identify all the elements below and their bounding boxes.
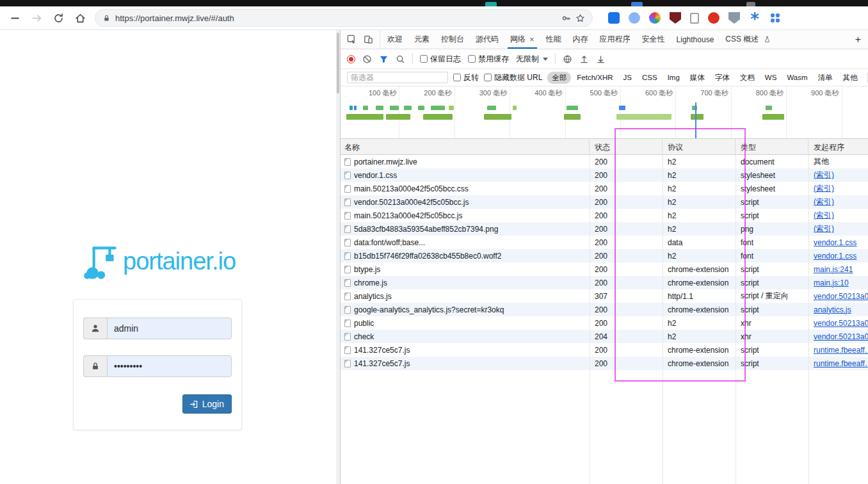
home-button[interactable] bbox=[70, 9, 90, 27]
apps-grid-extension-icon[interactable] bbox=[769, 12, 781, 24]
record-button[interactable] bbox=[347, 55, 355, 63]
url-input[interactable] bbox=[115, 13, 557, 23]
initiator-link[interactable]: vendor.50213a0… bbox=[814, 292, 868, 301]
refresh-button[interactable] bbox=[49, 9, 68, 27]
adguard-extension-icon[interactable] bbox=[708, 12, 719, 24]
initiator-link[interactable]: (索引) bbox=[814, 210, 834, 221]
devtools-tab[interactable]: 应用程序 bbox=[594, 30, 636, 49]
column-header-name[interactable]: 名称 bbox=[341, 139, 590, 154]
column-header-type[interactable]: 类型 bbox=[735, 139, 808, 154]
pinwheel-extension-icon[interactable] bbox=[649, 12, 661, 24]
invert-checkbox[interactable]: 反转 bbox=[453, 72, 479, 83]
search-icon[interactable] bbox=[396, 54, 405, 64]
username-input[interactable] bbox=[107, 318, 232, 339]
inspect-element-icon[interactable] bbox=[347, 35, 357, 44]
table-row[interactable]: 5da83cfb4883a59354abeff852cb7394.png200h… bbox=[341, 222, 868, 236]
ublock-extension-icon[interactable] bbox=[670, 12, 681, 24]
filter-icon[interactable] bbox=[379, 54, 389, 64]
filter-pill[interactable]: 其他 bbox=[839, 72, 862, 84]
initiator-link[interactable]: vendor.1.css bbox=[814, 238, 856, 247]
initiator-link[interactable]: (索引) bbox=[814, 223, 834, 234]
initiator-link[interactable]: main.js:241 bbox=[814, 265, 853, 274]
device-toolbar-icon[interactable] bbox=[364, 35, 373, 44]
devtools-tab[interactable]: 安全性 bbox=[636, 30, 671, 49]
close-icon[interactable]: × bbox=[529, 35, 534, 44]
password-key-icon[interactable] bbox=[561, 13, 571, 23]
devtools-tab[interactable]: 内存 bbox=[567, 30, 594, 49]
filter-input[interactable] bbox=[347, 72, 448, 83]
hide-data-urls-box[interactable] bbox=[484, 74, 492, 81]
asterisk-extension-icon[interactable]: * bbox=[749, 12, 760, 24]
initiator-link[interactable]: runtime.fbeeaff… bbox=[814, 359, 868, 368]
filter-pill[interactable]: Wasm bbox=[782, 72, 812, 83]
throttling-dropdown[interactable]: 无限制 bbox=[516, 54, 548, 65]
table-row[interactable]: public200h2xhrvendor.50213a0… bbox=[341, 316, 868, 330]
pdf-extension-icon[interactable] bbox=[608, 12, 620, 24]
table-row[interactable]: analytics.js307http/1.1script / 重定向vendo… bbox=[341, 289, 868, 303]
initiator-link[interactable]: (索引) bbox=[814, 170, 834, 181]
initiator-link[interactable]: (索引) bbox=[814, 183, 834, 194]
disable-cache-box[interactable] bbox=[468, 55, 476, 63]
back-button[interactable] bbox=[5, 9, 24, 27]
login-button[interactable]: Login bbox=[182, 394, 232, 414]
filter-pill[interactable]: JS bbox=[619, 72, 636, 83]
table-row[interactable]: main.50213a000e42f5c05bcc.js200h2script(… bbox=[341, 209, 868, 222]
password-input[interactable] bbox=[107, 355, 232, 377]
clear-network-log-icon[interactable] bbox=[362, 54, 372, 64]
devtools-tab[interactable]: 性能 bbox=[540, 30, 567, 49]
initiator-link[interactable]: main.js:10 bbox=[814, 278, 849, 287]
filter-pill[interactable]: Fetch/XHR bbox=[572, 72, 617, 83]
table-row[interactable]: chrome.js200chrome-extensionscriptmain.j… bbox=[341, 276, 868, 289]
add-tab-button[interactable]: + bbox=[848, 30, 868, 49]
favorite-star-icon[interactable] bbox=[575, 13, 585, 23]
blue-dot-extension-icon[interactable] bbox=[629, 12, 640, 24]
shield-extension-icon[interactable] bbox=[728, 12, 740, 24]
table-row[interactable]: main.50213a000e42f5c05bcc.css200h2styles… bbox=[341, 182, 868, 195]
initiator-link[interactable]: (索引) bbox=[814, 197, 834, 207]
table-row[interactable]: vendor.1.css200h2stylesheet(索引) bbox=[341, 168, 868, 182]
filter-pill[interactable]: WS bbox=[760, 72, 782, 83]
filter-pill[interactable]: 全部 bbox=[547, 72, 571, 84]
scrollbar-thumb[interactable] bbox=[337, 33, 339, 93]
devtools-tab[interactable]: 源代码 bbox=[470, 30, 504, 49]
initiator-link[interactable]: vendor.50213a0… bbox=[814, 319, 868, 328]
forward-button[interactable] bbox=[27, 9, 46, 27]
initiator-link[interactable]: vendor.50213a0… bbox=[814, 332, 868, 341]
network-conditions-icon[interactable] bbox=[563, 54, 572, 64]
disable-cache-checkbox[interactable]: 禁用缓存 bbox=[468, 54, 509, 65]
invert-box[interactable] bbox=[453, 74, 461, 81]
page-extension-icon[interactable] bbox=[690, 13, 699, 24]
address-bar[interactable] bbox=[95, 9, 593, 27]
devtools-tab[interactable]: Lighthouse bbox=[671, 30, 720, 49]
table-row[interactable]: data:font/woff;base...200datafontvendor.… bbox=[341, 236, 868, 249]
hide-data-urls-checkbox[interactable]: 隐藏数据 URL bbox=[484, 72, 542, 83]
column-header-initiator[interactable]: 发起程序 bbox=[808, 139, 868, 154]
column-header-status[interactable]: 状态 bbox=[590, 139, 663, 154]
filter-pill[interactable]: CSS bbox=[638, 72, 662, 83]
import-har-icon[interactable] bbox=[579, 54, 589, 64]
table-row[interactable]: google-analytics_analytics.js?secret=kr3… bbox=[341, 303, 868, 316]
filter-pill[interactable]: 字体 bbox=[711, 72, 734, 84]
network-overview-timeline[interactable]: 100 毫秒200 毫秒300 毫秒400 毫秒500 毫秒600 毫秒700 … bbox=[341, 86, 868, 139]
devtools-tab[interactable]: CSS 概述 bbox=[719, 30, 776, 49]
filter-pill[interactable]: Img bbox=[663, 72, 684, 83]
table-row[interactable]: btype.js200chrome-extensionscriptmain.js… bbox=[341, 262, 868, 276]
table-row[interactable]: check204h2xhrvendor.50213a0… bbox=[341, 330, 868, 343]
table-row[interactable]: vendor.50213a000e42f5c05bcc.js200h2scrip… bbox=[341, 195, 868, 209]
initiator-link[interactable]: analytics.js bbox=[814, 305, 851, 314]
initiator-link[interactable]: vendor.1.css bbox=[814, 252, 856, 261]
filter-pill[interactable]: 清单 bbox=[814, 72, 837, 84]
devtools-tab[interactable]: 欢迎 bbox=[382, 30, 408, 49]
column-header-protocol[interactable]: 协议 bbox=[663, 139, 735, 154]
preserve-log-box[interactable] bbox=[420, 55, 428, 63]
initiator-link[interactable]: runtime.fbeeaff… bbox=[814, 346, 868, 355]
preserve-log-checkbox[interactable]: 保留日志 bbox=[420, 54, 461, 65]
filter-pill[interactable]: 媒体 bbox=[686, 72, 709, 84]
table-row[interactable]: portainer.mwjz.live200h2document其他 bbox=[341, 155, 868, 168]
table-row[interactable]: b15db15f746f29ffa02638cb455b8ec0.woff220… bbox=[341, 249, 868, 262]
devtools-tab[interactable]: 元素 bbox=[408, 30, 435, 49]
table-row[interactable]: 141.327ce5c7.js200chrome-extensionscript… bbox=[341, 357, 868, 370]
devtools-tab[interactable]: 控制台 bbox=[435, 30, 470, 49]
devtools-tab[interactable]: 网络× bbox=[504, 30, 540, 49]
export-har-icon[interactable] bbox=[596, 54, 606, 64]
